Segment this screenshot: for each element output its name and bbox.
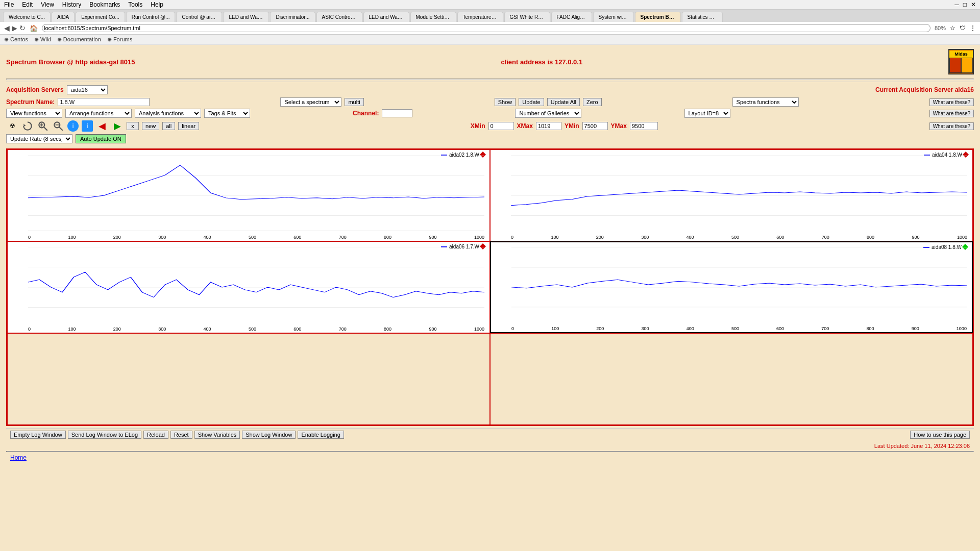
radiation-icon[interactable]: ☢ — [6, 120, 18, 132]
update-all-button[interactable]: Update All — [547, 98, 580, 106]
spectrum-name-input[interactable] — [58, 98, 150, 106]
new-button[interactable]: new — [142, 122, 159, 130]
menu-view[interactable]: View — [41, 1, 54, 8]
reset-button[interactable]: Reset — [170, 431, 192, 439]
extension-icon[interactable]: 🛡 — [960, 24, 966, 32]
chart-cell-3[interactable]: aida06 1.7.W 010020030040050060070080090… — [7, 241, 490, 333]
zero-button[interactable]: Zero — [583, 98, 602, 106]
channel-label: Channel: — [353, 110, 379, 117]
xmax-label: XMax — [517, 122, 533, 130]
show-log-window-button[interactable]: Show Log Window — [242, 431, 296, 439]
layout-id-select[interactable]: Layout ID=8 — [684, 109, 730, 118]
arrow-left-icon[interactable]: ◀ — [96, 120, 108, 132]
info-square-icon[interactable]: i — [82, 120, 93, 132]
update-rate-select[interactable]: Update Rate (8 secs) — [6, 134, 72, 143]
menu-dots-icon[interactable]: ⋮ — [970, 24, 976, 32]
bookmark-forums[interactable]: ⊕ Forums — [107, 36, 132, 43]
menu-edit[interactable]: Edit — [22, 1, 33, 8]
what-are-these-3[interactable]: What are these? — [929, 122, 974, 130]
ymin-input[interactable] — [582, 122, 608, 130]
tab-gsi[interactable]: GSI White Rab... — [504, 12, 550, 22]
tab-fadc[interactable]: FADC Align &... — [551, 12, 592, 22]
tab-runcontrol[interactable]: Run Control @... — [126, 12, 176, 22]
bookmark-centos[interactable]: ⊕ Centos — [4, 36, 28, 43]
zoom-out-icon[interactable] — [52, 120, 64, 132]
all-button[interactable]: all — [162, 122, 175, 130]
show-variables-button[interactable]: Show Variables — [194, 431, 240, 439]
auto-update-button[interactable]: Auto Update ON — [76, 134, 126, 143]
ymax-input[interactable] — [630, 122, 658, 130]
nav-back[interactable]: ◀ — [4, 24, 10, 32]
how-to-button[interactable]: How to use this page — [910, 431, 970, 439]
menu-bookmarks[interactable]: Bookmarks — [89, 1, 120, 8]
browser-tabs-container: Welcome to C... AIDA Experiment Co... Ru… — [0, 10, 980, 22]
reload-button[interactable]: Reload — [143, 431, 168, 439]
tab-discriminator[interactable]: Discriminator... — [270, 12, 315, 22]
tab-led1[interactable]: LED and Wave... — [223, 12, 269, 22]
what-are-these-2[interactable]: What are these? — [929, 110, 974, 117]
tab-welcome[interactable]: Welcome to C... — [3, 12, 51, 22]
menu-help[interactable]: Help — [151, 1, 163, 8]
bookmark-documentation[interactable]: ⊕ Documentation — [57, 36, 101, 43]
midas-logo: Midas — [948, 49, 974, 74]
tab-module[interactable]: Module Settin... — [410, 12, 456, 22]
tab-control[interactable]: Control @ aid... — [176, 12, 222, 22]
tags-fits-select[interactable]: Tags & Fits — [204, 109, 250, 118]
nav-reload[interactable]: ↻ — [19, 24, 26, 32]
chart4-xaxis: 01002003004005006007008009001000 — [511, 326, 967, 331]
tab-asic[interactable]: ASIC Control @... — [316, 12, 362, 22]
page-body: Spectrum Browser @ http aidas-gsl 8015 c… — [0, 45, 980, 465]
acquisition-server-select[interactable]: aida16 — [67, 85, 108, 94]
tab-system[interactable]: System wide... — [593, 12, 634, 22]
tab-aida[interactable]: AIDA — [52, 12, 75, 22]
window-minimize[interactable]: ─ — [954, 1, 959, 8]
tab-experiment[interactable]: Experiment Co... — [76, 12, 125, 22]
window-close[interactable]: ✕ — [971, 1, 976, 8]
bookmark-star-icon[interactable]: ☆ — [950, 24, 955, 32]
address-input[interactable] — [42, 24, 930, 32]
number-of-galleries-select[interactable]: Number of Galleries — [515, 109, 581, 118]
chart-cell-4[interactable]: aida08 1.8.W 010020030040050060070080090… — [490, 241, 973, 333]
chart-cell-5 — [7, 333, 490, 425]
chart-cell-2[interactable]: aida04 1.8.W 010020030040050060070080090… — [490, 149, 973, 241]
arrow-right-icon[interactable]: ▶ — [111, 120, 124, 132]
menu-file[interactable]: File — [4, 1, 14, 8]
send-log-button[interactable]: Send Log Window to ELog — [68, 431, 141, 439]
show-button[interactable]: Show — [495, 98, 516, 106]
analysis-functions-select[interactable]: Analysis functions — [135, 109, 201, 118]
tab-temperature[interactable]: Temperature a... — [457, 12, 503, 22]
home-link[interactable]: Home — [6, 452, 31, 463]
tab-spectrum[interactable]: Spectrum Br... ✕ — [635, 12, 681, 22]
xmax-input[interactable] — [536, 122, 561, 130]
channel-input[interactable] — [382, 109, 412, 117]
x-button[interactable]: x — [127, 122, 139, 130]
svg-marker-0 — [23, 124, 26, 126]
refresh-icon[interactable] — [21, 120, 34, 132]
chart-cell-1[interactable]: aida02 1.8.W 9500 9000 8500 8000 7500 — [7, 149, 490, 241]
acq-server-row: Acquisition Servers aida16 Current Acqui… — [6, 85, 974, 94]
info-circle-icon[interactable]: i — [67, 120, 79, 132]
spectra-functions-select[interactable]: Spectra functions — [732, 97, 799, 107]
functions-row: View functions Arrange functions Analysi… — [6, 109, 974, 118]
menu-history[interactable]: History — [62, 1, 81, 8]
arrange-functions-select[interactable]: Arrange functions — [65, 109, 132, 118]
tab-close-icon[interactable]: ✕ — [678, 14, 680, 20]
what-are-these-1[interactable]: What are these? — [929, 98, 974, 106]
zoom-in-icon[interactable] — [37, 120, 49, 132]
menu-tools[interactable]: Tools — [128, 1, 142, 8]
linear-button[interactable]: linear — [178, 122, 199, 130]
view-functions-select[interactable]: View functions — [6, 109, 62, 118]
multi-button[interactable]: multi — [345, 98, 363, 106]
spectrum-name-row: Spectrum Name: Select a spectrum multi S… — [6, 97, 974, 107]
tab-led2[interactable]: LED and Wave... — [363, 12, 409, 22]
xmin-input[interactable] — [488, 122, 514, 130]
page-title: Spectrum Browser @ http aidas-gsl 8015 — [6, 58, 135, 66]
bookmark-wiki[interactable]: ⊕ Wiki — [34, 36, 51, 43]
enable-logging-button[interactable]: Enable Logging — [298, 431, 344, 439]
empty-log-button[interactable]: Empty Log Window — [10, 431, 66, 439]
select-spectrum-dropdown[interactable]: Select a spectrum — [280, 97, 341, 107]
nav-forward[interactable]: ▶ — [12, 24, 17, 32]
tab-statistics[interactable]: Statistics @... — [682, 12, 723, 22]
window-maximize[interactable]: □ — [963, 1, 967, 8]
update-button[interactable]: Update — [519, 98, 544, 106]
